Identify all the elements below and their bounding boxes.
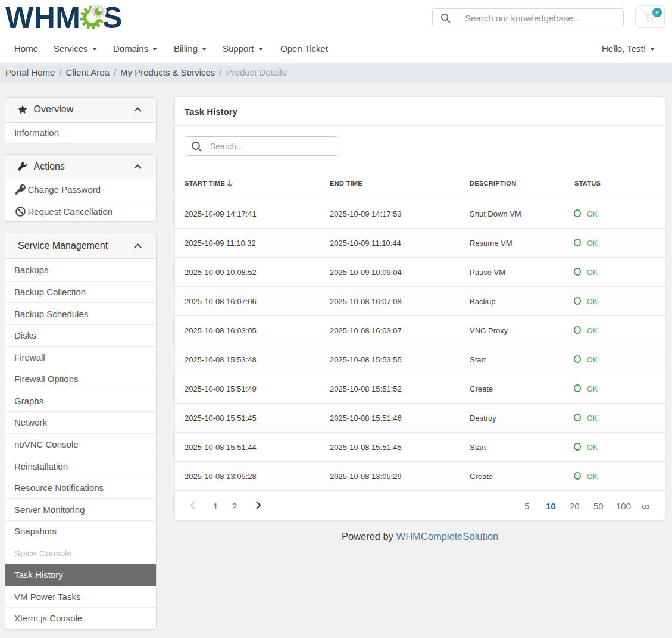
svg-text:WHM: WHM (5, 1, 80, 33)
svg-text:S: S (102, 1, 122, 32)
